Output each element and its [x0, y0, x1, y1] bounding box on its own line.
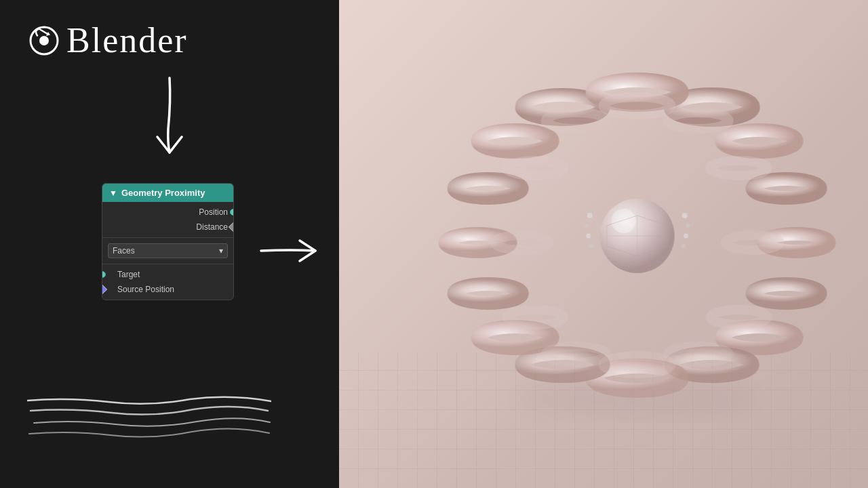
target-input-socket[interactable] — [102, 271, 106, 278]
input-target-label: Target — [117, 270, 140, 279]
input-source-position-row: Source Position — [102, 282, 233, 297]
input-target-row: Target — [102, 267, 233, 282]
output-distance-label: Distance — [105, 222, 228, 232]
svg-point-29 — [507, 161, 564, 176]
svg-point-16 — [454, 179, 522, 198]
svg-point-6 — [753, 179, 821, 198]
svg-point-5 — [722, 130, 797, 152]
blender-title: Blender — [66, 20, 188, 60]
svg-point-41 — [682, 244, 686, 248]
source-position-input-socket[interactable] — [102, 285, 107, 294]
svg-point-35 — [585, 224, 589, 228]
arrow-down — [142, 75, 197, 165]
node-header: ▼ Geometry Proximity — [102, 184, 233, 202]
output-position-row: Position — [102, 205, 233, 220]
svg-point-27 — [507, 310, 564, 325]
svg-point-36 — [586, 234, 591, 239]
svg-point-39 — [686, 224, 690, 228]
svg-point-23 — [711, 310, 768, 325]
node-title: Geometry Proximity — [121, 188, 205, 198]
svg-point-8 — [753, 284, 821, 303]
svg-point-9 — [722, 327, 797, 348]
output-position-label: Position — [105, 207, 228, 217]
svg-point-33 — [612, 209, 636, 233]
geometry-proximity-node: ▼ Geometry Proximity Position Distance F… — [102, 183, 234, 300]
blender-logo: Blender — [27, 20, 188, 60]
faces-dropdown-row: Faces ▾ — [102, 241, 233, 261]
svg-point-17 — [478, 130, 553, 152]
node-collapse-chevron[interactable]: ▼ — [109, 188, 117, 198]
right-panel-render — [339, 0, 868, 488]
svg-point-37 — [589, 244, 593, 248]
dropdown-value: Faces — [113, 246, 135, 256]
svg-point-40 — [684, 234, 688, 239]
output-distance-row: Distance — [102, 220, 233, 235]
torus-render — [427, 33, 848, 439]
svg-point-21 — [711, 161, 768, 176]
distance-output-socket[interactable] — [229, 222, 234, 232]
dropdown-chevron-icon: ▾ — [219, 246, 223, 256]
node-body: Position Distance Faces ▾ Target — [102, 202, 233, 300]
node-divider — [102, 237, 233, 238]
geometry-type-dropdown[interactable]: Faces ▾ — [108, 243, 228, 258]
svg-point-13 — [478, 327, 553, 348]
position-output-socket[interactable] — [230, 209, 234, 216]
left-panel: Blender ▼ Geometry Proximity Position Di… — [0, 0, 339, 488]
svg-point-14 — [454, 284, 522, 303]
blender-icon — [27, 24, 61, 58]
arrow-right — [258, 230, 339, 274]
svg-point-1 — [39, 36, 49, 45]
scribble-decoration — [27, 390, 271, 447]
svg-point-38 — [682, 213, 688, 218]
node-divider-2 — [102, 264, 233, 264]
input-source-position-label: Source Position — [117, 285, 174, 294]
svg-point-34 — [587, 213, 593, 218]
